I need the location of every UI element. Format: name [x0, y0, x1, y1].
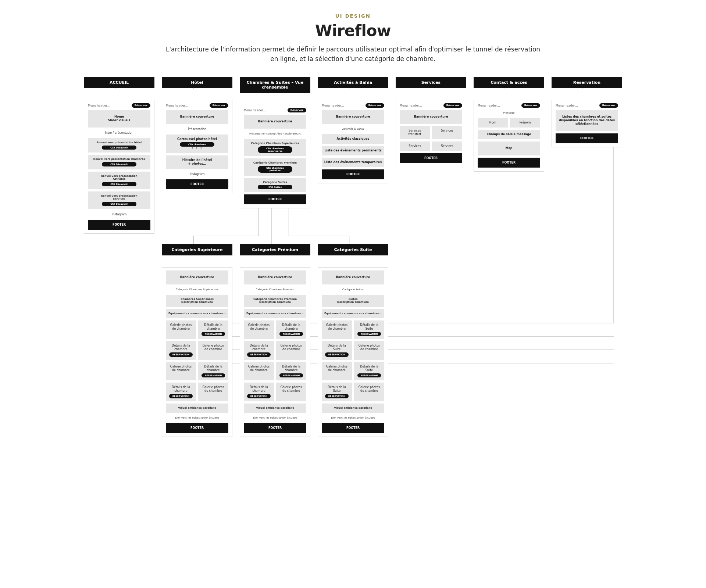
input-prenom[interactable]: Prénom: [510, 118, 540, 128]
carousel: Carroussel photos hôtelCTA chambres• • •: [166, 135, 228, 153]
card-cat-sup: Bannière couverture Catégorie Chambres S…: [162, 267, 232, 437]
block-insta: Instagram: [166, 171, 228, 177]
cta[interactable]: CTA chambres supérieures: [258, 146, 293, 153]
cta[interactable]: CTA Découvrir: [102, 202, 137, 206]
cta[interactable]: CTA Suites: [258, 185, 293, 189]
tag-reservation: Réservation: [552, 77, 622, 88]
card-activites: Menu header…Réserver Bannière couverture…: [318, 100, 388, 183]
reserve-pill[interactable]: Réserver: [521, 103, 540, 108]
detail: Détails de la chambreRÉSERVATION: [198, 362, 228, 381]
menu-label: Menu header…: [400, 104, 422, 107]
cat-desc: Suites Description commune: [322, 295, 384, 307]
ambiance: Visuel ambiance parallaxe: [166, 404, 228, 413]
ambiance: Visuel ambiance parallaxe: [244, 404, 306, 413]
detail: Détails de la SuiteRÉSERVATION: [322, 341, 352, 360]
detail: Détails de la SuiteRÉSERVATION: [322, 383, 352, 401]
cta-reserve[interactable]: RÉSERVATION: [202, 332, 225, 336]
gallery: Galerie photos de chambre: [166, 362, 196, 381]
footer: FOOTER: [244, 194, 306, 204]
card-reservation: Menu header…Réserver Listes des chambres…: [552, 100, 622, 147]
cat-desc: Chambres Supérieures Description commune: [166, 295, 228, 307]
equip: Équipements communs aux chambres…: [166, 309, 228, 318]
tag-cat-sup: Catégories Supérieure: [162, 244, 232, 255]
card-accueil: Menu header…Réserver Home Slider visuels…: [84, 100, 154, 234]
tag-contact: Contact & accès: [474, 77, 544, 88]
link-suites[interactable]: Lien vers les suites junior & suites: [166, 415, 228, 421]
cta-reserve[interactable]: RÉSERVATION: [325, 352, 349, 357]
block-p3: Renvoi vers présentation ActivitésCTA Dé…: [88, 172, 150, 189]
cta[interactable]: CTA chambres: [180, 142, 215, 147]
tag-hotel: Hôtel: [162, 77, 232, 88]
card-contact: Menu header…Réserver Message Nom Prénom …: [474, 100, 544, 172]
cta-reserve[interactable]: RÉSERVATION: [279, 332, 303, 336]
cta-reserve[interactable]: RÉSERVATION: [247, 394, 271, 398]
perm: Liste des événements permanents: [322, 146, 384, 155]
banner: Bannière couverture: [166, 270, 228, 284]
gallery: Galerie photos de chambre: [198, 341, 228, 360]
ambiance: Visuel ambiance parallaxe: [322, 404, 384, 413]
list: Listes des chambres et suites disponible…: [556, 110, 618, 131]
col-hotel: Hôtel Menu header…Réserver Bannière couv…: [162, 77, 232, 234]
detail: Détails de la chambreRÉSERVATION: [276, 362, 306, 381]
map: Map: [478, 141, 540, 155]
link-suites[interactable]: Lien vers les suites junior & suites: [322, 415, 384, 421]
col-chambres: Chambres & Suites – Vue d'ensemble Menu …: [240, 77, 310, 234]
block-insta: Instagram: [88, 211, 150, 218]
reserve-pill[interactable]: Réserver: [132, 103, 150, 108]
input-message[interactable]: Champs de saisie message: [478, 130, 540, 139]
reserve-pill[interactable]: Réserver: [210, 103, 228, 108]
room-row: Détails de la chambreRÉSERVATION Galerie…: [166, 383, 228, 401]
tag-cat-suite: Catégories Suite: [318, 244, 388, 255]
temp: Liste des événements temporaires: [322, 158, 384, 167]
reserve-pill[interactable]: Réserver: [599, 103, 618, 108]
cta-reserve[interactable]: RÉSERVATION: [279, 373, 303, 378]
menu-label: Menu header…: [556, 104, 578, 107]
footer: FOOTER: [322, 169, 384, 179]
block-p2: Renvoi vers présentation chambresCTA Déc…: [88, 155, 150, 169]
equip: Équipements communs aux chambres…: [244, 309, 306, 318]
gallery: Galerie photos de chambre: [198, 383, 228, 401]
cta-reserve[interactable]: RÉSERVATION: [169, 352, 193, 357]
cta[interactable]: CTA Découvrir: [102, 182, 137, 186]
wireflow-board: ACCUEIL Menu header…Réserver Home Slider…: [77, 69, 629, 437]
tag-cat-prem: Catégories Prémium: [240, 244, 310, 255]
link-suites[interactable]: Lien vers les suites junior & suites: [244, 415, 306, 421]
block-p4: Renvoi vers présentation ServicesCTA Déc…: [88, 191, 150, 209]
banner: Bannière couverture: [322, 110, 384, 124]
sup: Catégorie Chambres SupérieuresCTA chambr…: [244, 139, 306, 156]
cta[interactable]: CTA Découvrir: [102, 146, 137, 150]
cta-reserve[interactable]: RÉSERVATION: [357, 332, 381, 336]
page-lede: L'architecture de l'information permet d…: [162, 45, 544, 64]
menu-label: Menu header…: [478, 104, 500, 107]
cta-reserve[interactable]: RÉSERVATION: [357, 373, 381, 378]
room-row: Galerie photos de chambre Détails de la …: [166, 320, 228, 339]
suite: Catégorie SuitesCTA Suites: [244, 178, 306, 192]
banner: Bannière couverture: [166, 110, 228, 124]
eyebrow: UI DESIGN: [15, 13, 691, 19]
cta-reserve[interactable]: RÉSERVATION: [169, 394, 193, 398]
gallery: Galerie photos de chambre: [322, 362, 352, 381]
reserve-pill[interactable]: Réserver: [366, 103, 384, 108]
banner: Bannière couverture: [400, 110, 462, 124]
cta[interactable]: CTA chambres prémium: [258, 166, 293, 173]
input-nom[interactable]: Nom: [478, 118, 508, 128]
cta-reserve[interactable]: RÉSERVATION: [202, 373, 225, 378]
cta[interactable]: CTA Découvrir: [102, 162, 137, 166]
msg-label: Message: [478, 110, 540, 116]
gallery: Galerie photos de chambre: [244, 362, 274, 381]
detail: Détails de la chambreRÉSERVATION: [198, 320, 228, 339]
cat-desc: Catégorie Chambres Premium Description c…: [244, 295, 306, 307]
col-cat-suite: Catégories Suite Bannière couverture Cat…: [318, 244, 388, 437]
cta-reserve[interactable]: RÉSERVATION: [247, 352, 271, 357]
cta-reserve[interactable]: RÉSERVATION: [325, 394, 349, 398]
detail: Détails de la SuiteRÉSERVATION: [354, 320, 384, 339]
footer: FOOTER: [556, 133, 618, 143]
reserve-pill[interactable]: Réserver: [443, 103, 462, 108]
footer: FOOTER: [166, 179, 228, 189]
detail: Détails de la chambreRÉSERVATION: [276, 320, 306, 339]
banner: Bannière couverture: [244, 115, 306, 129]
tag-accueil: ACCUEIL: [84, 77, 154, 88]
footer: FOOTER: [400, 153, 462, 163]
detail: Détails de la chambreRÉSERVATION: [244, 383, 274, 401]
reserve-pill[interactable]: Réserver: [288, 108, 306, 112]
